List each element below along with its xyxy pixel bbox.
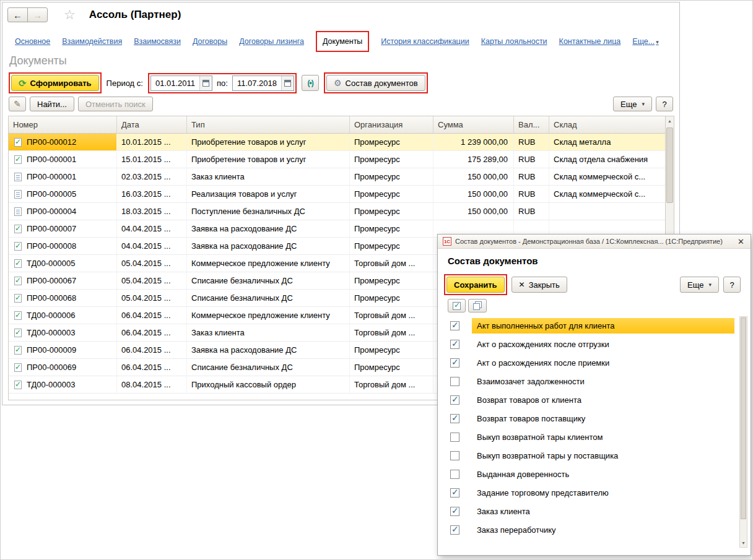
tab-kontaktnye-lica[interactable]: Контактные лица <box>559 37 621 46</box>
column-header-wh[interactable]: Склад <box>549 116 665 133</box>
period-select-icon: (•) <box>307 79 313 87</box>
tab-vzaimodejstviya[interactable]: Взаимодействия <box>62 37 122 46</box>
edit-button[interactable]: ✎ <box>9 97 26 111</box>
cancel-search-button[interactable]: Отменить поиск <box>78 97 153 111</box>
column-header-type[interactable]: Тип <box>187 116 350 133</box>
checkbox[interactable] <box>450 507 459 516</box>
checkbox[interactable] <box>450 321 459 330</box>
close-icon: ✕ <box>519 280 525 289</box>
doc-type-item[interactable]: Заказ переработчику <box>444 520 734 539</box>
doc-type-label: Возврат товаров от клиента <box>472 392 734 408</box>
checkbox[interactable] <box>450 377 459 386</box>
table-scrollbar-thumb[interactable] <box>666 127 673 203</box>
checkbox[interactable] <box>450 525 459 535</box>
dialog-close-icon[interactable]: ✕ <box>736 237 746 246</box>
doc-structure-dialog: 1С Состав документов - Демонстрационная … <box>437 234 751 556</box>
doc-number-cell: ПР00-000009 <box>9 342 117 358</box>
column-header-cur[interactable]: Вал... <box>514 116 549 133</box>
column-header-num[interactable]: Номер <box>9 116 117 133</box>
table-row[interactable]: ПР00-00000418.03.2015 ...Поступление без… <box>9 203 665 220</box>
column-header-sum[interactable]: Сумма <box>433 116 514 133</box>
column-header-date[interactable]: Дата <box>117 116 187 133</box>
dialog-scrollbar[interactable]: ▼ <box>739 316 747 548</box>
doc-type-item[interactable]: Возврат товаров поставщику <box>444 409 734 428</box>
document-posted-icon <box>14 329 22 337</box>
dialog-scrollbar-thumb[interactable] <box>741 317 746 519</box>
find-bar: ✎ Найти... Отменить поиск Еще ▾ ? <box>9 97 673 111</box>
doc-number: ТД00-000005 <box>27 259 75 268</box>
column-header-org[interactable]: Организация <box>350 116 433 133</box>
doc-type-item[interactable]: Выданная доверенность <box>444 465 734 483</box>
forward-button[interactable]: → <box>27 7 48 22</box>
doc-type-label: Задание торговому представителю <box>472 485 734 501</box>
period-to-field[interactable]: 11.07.2018 <box>232 75 294 91</box>
doc-number: ПР00-000004 <box>27 207 76 216</box>
favorite-star-icon[interactable]: ☆ <box>64 7 76 22</box>
document-posted-icon <box>14 225 22 233</box>
checkbox[interactable] <box>450 488 459 498</box>
checkbox[interactable] <box>450 340 459 349</box>
doc-date-cell: 04.04.2015 ... <box>117 220 187 237</box>
tab-dogovory[interactable]: Договоры <box>193 37 227 46</box>
tab-istoriya-klassifikacii[interactable]: История классификации <box>381 37 469 46</box>
doc-org-cell: Торговый дом ... <box>350 376 433 393</box>
doc-type-label: Выкуп возвратной тары клиентом <box>472 429 734 445</box>
calendar-button-to[interactable] <box>281 76 294 90</box>
doc-type-item[interactable]: Взаимозачет задолженности <box>444 372 734 390</box>
calendar-button-from[interactable] <box>199 76 212 90</box>
dialog-more-button[interactable]: Еще ▾ <box>680 277 719 293</box>
doc-type-item[interactable]: Выкуп возвратной тары клиентом <box>444 428 734 446</box>
doc-date-cell: 04.04.2015 ... <box>117 238 187 254</box>
table-row[interactable]: ПР00-00000516.03.2015 ...Реализация това… <box>9 186 665 203</box>
tab-vzaimosvyazi[interactable]: Взаимосвязи <box>134 37 181 46</box>
doc-type-cell: Заказ клиента <box>187 168 350 185</box>
tab-karty-loyalnosti[interactable]: Карты лояльности <box>481 37 547 46</box>
doc-type-item[interactable]: Акт о расхождениях после приемки <box>444 353 734 372</box>
annotation-period-box: 01.01.2011 по: 11.07.2018 <box>148 73 297 93</box>
period-from-field[interactable]: 01.01.2011 <box>150 75 212 91</box>
more-button[interactable]: Еще ▾ <box>613 97 652 111</box>
find-button[interactable]: Найти... <box>30 97 74 111</box>
doc-warehouse-cell: Склад металла <box>549 134 665 150</box>
scroll-down-button[interactable]: ▼ <box>740 538 747 547</box>
tab-dogovory-lizinga[interactable]: Договоры лизинга <box>239 37 304 46</box>
doc-sum-cell: 150 000,00 <box>433 203 514 220</box>
tab-eshche[interactable]: Еще...▾ <box>632 37 658 46</box>
period-from-value: 01.01.2011 <box>151 79 199 88</box>
doc-type-item[interactable]: Задание торговому представителю <box>444 483 734 502</box>
back-button[interactable]: ← <box>7 7 28 22</box>
doc-type-item[interactable]: Выкуп возвратной тары у поставщика <box>444 446 734 465</box>
help-button[interactable]: ? <box>656 97 673 111</box>
checkbox[interactable] <box>450 414 459 423</box>
doc-type-item[interactable]: Акт выполненных работ для клиента <box>444 316 734 335</box>
doc-structure-button[interactable]: ⚙ Состав документов <box>326 75 425 91</box>
table-row[interactable]: ПР00-00000115.01.2015 ...Приобретение то… <box>9 151 665 168</box>
doc-type-item[interactable]: Заказ клиента <box>444 502 734 520</box>
doc-date-cell: 06.04.2015 ... <box>117 307 187 324</box>
dialog-help-button[interactable]: ? <box>723 277 741 293</box>
uncheck-all-button[interactable] <box>468 299 487 312</box>
doc-type-item[interactable]: Возврат товаров от клиента <box>444 390 734 409</box>
checkbox[interactable] <box>450 433 459 442</box>
close-button[interactable]: ✕ Закрыть <box>511 277 567 293</box>
generate-button[interactable]: ⟳ Сформировать <box>11 75 99 91</box>
table-row[interactable]: ПР00-00001210.01.2015 ...Приобретение то… <box>9 134 665 151</box>
table-row[interactable]: ПР00-00000102.03.2015 ...Заказ клиентаПр… <box>9 168 665 186</box>
doc-type-item[interactable]: Акт о расхождениях после отгрузки <box>444 335 734 353</box>
doc-number-cell: ПР00-000004 <box>9 203 117 220</box>
checkbox[interactable] <box>450 358 459 368</box>
checkbox[interactable] <box>450 451 459 460</box>
check-all-button[interactable] <box>448 299 466 312</box>
tab-osnovnoe[interactable]: Основное <box>15 37 50 46</box>
period-select-button[interactable]: (•) <box>302 75 319 91</box>
checkbox[interactable] <box>450 395 459 405</box>
document-posted-icon <box>14 138 22 147</box>
scroll-up-button[interactable]: ▲ <box>666 116 674 126</box>
doc-org-cell: Промресурс <box>350 272 433 289</box>
save-button[interactable]: Сохранить <box>446 277 505 293</box>
doc-sum-cell: 175 289,00 <box>433 151 514 168</box>
tab-dokumenty[interactable]: Документы <box>316 31 369 52</box>
doc-number-cell: ПР00-000005 <box>9 186 117 202</box>
checkbox[interactable] <box>450 470 459 479</box>
doc-number: ПР00-000067 <box>27 276 76 285</box>
